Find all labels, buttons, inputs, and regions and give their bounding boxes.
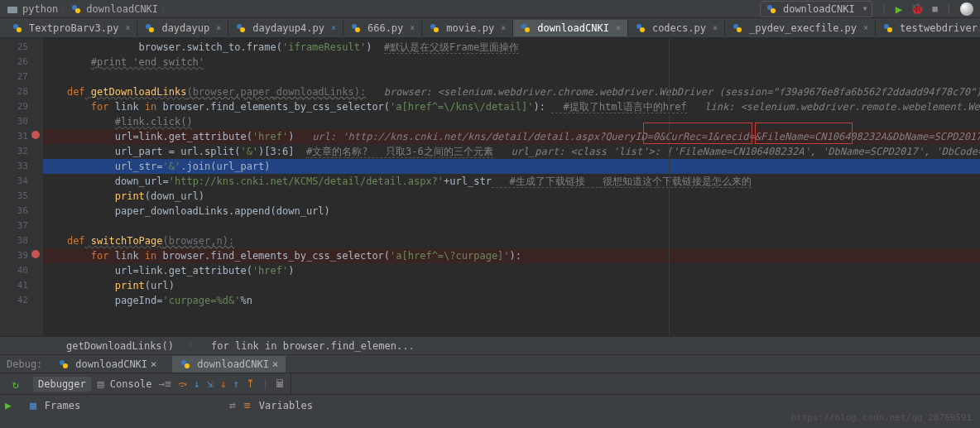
run-button[interactable]: ▶ xyxy=(896,2,902,16)
debugger-tab[interactable]: Debugger xyxy=(33,377,91,392)
tab-label: downloadCNKI xyxy=(197,358,269,370)
code-text: ): xyxy=(533,101,551,113)
tab-daydayup4[interactable]: daydayup4.py× xyxy=(228,20,343,36)
step-out-button[interactable]: ↑ xyxy=(233,378,240,390)
close-icon[interactable]: × xyxy=(863,23,868,32)
svg-point-14 xyxy=(434,27,439,32)
close-icon[interactable]: × xyxy=(272,358,278,370)
code-text: +url_str xyxy=(444,176,492,187)
code-string: '&' xyxy=(163,161,181,172)
run-to-cursor-button[interactable]: ⤒ xyxy=(246,378,255,390)
code-params: (browser,n): xyxy=(163,235,235,247)
close-icon[interactable]: × xyxy=(410,23,415,32)
tab-label: TextproBarv3.py xyxy=(29,22,118,34)
avatar[interactable] xyxy=(960,2,973,16)
close-icon[interactable]: × xyxy=(331,23,336,32)
tab-movie[interactable]: movie.py× xyxy=(422,20,513,36)
run-config-label: downloadCNKI xyxy=(783,3,855,15)
separator: | xyxy=(262,378,268,390)
tab-testwebdriver[interactable]: testwebdriver.py× xyxy=(876,20,980,36)
breadcrumb-project[interactable]: python xyxy=(22,3,58,15)
svg-point-2 xyxy=(75,8,80,13)
swap-icon[interactable]: ⇄ xyxy=(229,399,236,411)
tab-label: downloadCNKI xyxy=(537,22,609,34)
svg-point-4 xyxy=(771,8,776,13)
code-text: link xyxy=(108,101,144,113)
stop-button[interactable]: ■ xyxy=(932,3,938,14)
code-keyword: in xyxy=(145,250,156,262)
evaluate-expression-button[interactable]: 🖩 xyxy=(275,378,286,390)
tab-label: _pydev_execfile.py xyxy=(749,22,857,34)
tab-pydev-execfile[interactable]: _pydev_execfile.py× xyxy=(725,20,876,36)
tab-666[interactable]: 666.py× xyxy=(343,20,422,36)
code-text: url_str= xyxy=(115,161,163,172)
python-file-icon xyxy=(732,22,743,34)
toolbar-right: downloadCNKI ▼ | ▶ 🐞 ■ | xyxy=(760,1,973,17)
tab-codecs[interactable]: codecs.py× xyxy=(628,20,725,36)
code-text: ): xyxy=(510,250,521,262)
code-string: 'http://kns.cnki.net/KCMS/detail/detail.… xyxy=(169,176,444,187)
debug-inline-value: url_part: <class 'list'>: ['FileName=CN1… xyxy=(493,146,980,157)
close-icon[interactable]: × xyxy=(151,358,156,370)
code-area[interactable]: browser.switch_to.frame('iframeResult') … xyxy=(43,38,980,336)
close-icon[interactable]: × xyxy=(501,23,506,32)
variables-pane-title[interactable]: Variables xyxy=(259,400,313,411)
breakpoint-marker[interactable] xyxy=(31,131,40,139)
debug-session-tab[interactable]: downloadCNKI× xyxy=(172,356,286,373)
tab-downloadcnki[interactable]: downloadCNKI× xyxy=(513,20,628,36)
svg-point-8 xyxy=(149,27,154,32)
vline: | xyxy=(881,3,886,15)
breakpoint-marker[interactable] xyxy=(31,250,40,258)
resume-button[interactable]: ▶ xyxy=(5,399,12,411)
debug-session-tab[interactable]: downloadCNKI× xyxy=(50,356,164,373)
step-into-my-code-button[interactable]: ⇲ xyxy=(207,378,214,390)
debug-button[interactable]: 🐞 xyxy=(910,2,924,15)
code-string: 'iframeResult' xyxy=(282,41,366,53)
tab-label: daydayup xyxy=(161,22,209,34)
console-tab[interactable]: ▤ Console xyxy=(98,378,152,390)
code-text: link xyxy=(108,250,144,262)
rerun-button[interactable]: ↻ xyxy=(12,378,19,391)
code-function: getDownloadLinks xyxy=(85,86,187,98)
force-step-into-button[interactable]: ⇓ xyxy=(220,378,227,390)
code-text: ) xyxy=(366,41,384,53)
breadcrumb-file[interactable]: downloadCNKI xyxy=(86,3,158,15)
code-keyword: for xyxy=(91,101,109,113)
tab-daydayup[interactable]: daydayup× xyxy=(137,20,228,36)
code-string: 'href' xyxy=(252,265,288,277)
close-icon[interactable]: × xyxy=(616,23,621,32)
step-into-button[interactable]: ↓ xyxy=(194,378,200,390)
tab-textprobarv3[interactable]: TextproBarv3.py× xyxy=(5,20,137,36)
debug-inline-value: url: 'http://kns.cnki.net/kns/detail/det… xyxy=(294,131,980,142)
code-text: browser.switch_to.frame( xyxy=(91,41,282,53)
code-string: 'curpage=%d&' xyxy=(163,295,241,306)
code-keyword: in xyxy=(145,101,156,113)
output-toggle[interactable]: →≡ xyxy=(158,378,171,390)
console-icon: ▤ xyxy=(98,378,104,390)
python-file-icon xyxy=(58,358,70,370)
code-keyword: def xyxy=(67,86,85,98)
code-text: url=link.get_attribute( xyxy=(115,265,252,277)
svg-rect-0 xyxy=(7,7,17,13)
step-over-button[interactable]: ⤼ xyxy=(178,378,187,390)
close-icon[interactable]: × xyxy=(713,23,718,32)
debug-inline-value: browser: <selenium.webdriver.chrome.webd… xyxy=(366,86,980,98)
breadcrumb-loop[interactable]: for link in browser.find_elemen... xyxy=(211,340,415,352)
svg-point-22 xyxy=(887,27,892,32)
frames-pane-title[interactable]: Frames xyxy=(45,400,80,411)
svg-point-6 xyxy=(17,27,22,32)
run-config-selector[interactable]: downloadCNKI ▼ xyxy=(760,1,873,17)
gutter[interactable]: 252627282930313233343536373839404142 xyxy=(0,38,43,336)
close-icon[interactable]: × xyxy=(216,23,221,32)
python-file-icon xyxy=(12,22,23,34)
debug-inline-value: link: <selenium.webdriver.remote.webelem… xyxy=(687,101,980,113)
code-string: 'a[href^=\/kns\/detail]' xyxy=(390,101,533,113)
code-text: browser.find_elements_by_css_selector( xyxy=(156,101,390,113)
chevron-icon: 〉 xyxy=(189,340,196,351)
svg-point-10 xyxy=(240,27,245,32)
breadcrumb-fn[interactable]: getDownloadLinks() xyxy=(66,340,174,352)
code-comment: #提取了html语言中的href xyxy=(551,101,686,113)
python-file-icon xyxy=(180,358,191,370)
close-icon[interactable]: × xyxy=(125,23,130,32)
code-editor[interactable]: 252627282930313233343536373839404142 bro… xyxy=(0,38,980,336)
